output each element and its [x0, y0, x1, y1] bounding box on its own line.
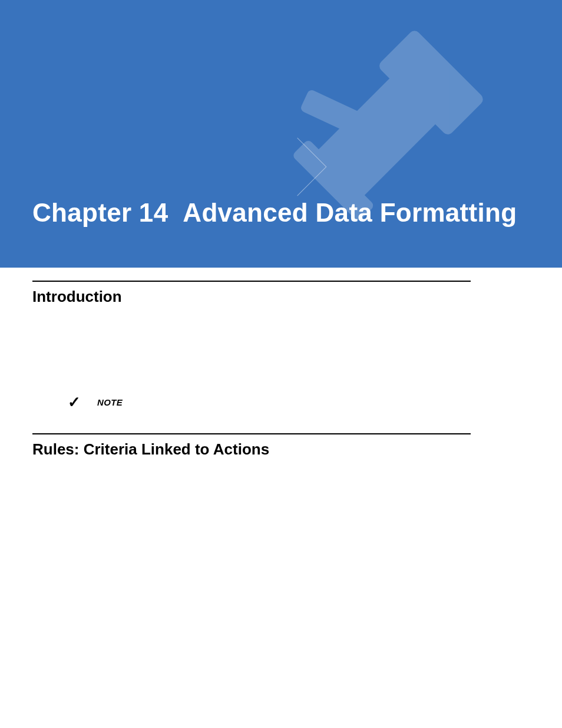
chapter-name: Advanced Data Formatting — [183, 198, 517, 227]
section-divider — [32, 433, 471, 434]
document-page: Chapter 14 Advanced Data Formatting Intr… — [0, 0, 562, 728]
chapter-title: Chapter 14 Advanced Data Formatting — [32, 198, 517, 228]
note-callout: ✓ NOTE — [68, 394, 471, 410]
section-heading-introduction: Introduction — [32, 288, 471, 306]
section-divider — [32, 281, 471, 282]
checkmark-icon: ✓ — [68, 394, 81, 410]
note-label: NOTE — [97, 397, 123, 407]
page-content: Introduction ✓ NOTE Rules: Criteria Link… — [32, 281, 471, 470]
section-heading-rules: Rules: Criteria Linked to Actions — [32, 440, 471, 459]
chapter-banner: Chapter 14 Advanced Data Formatting — [0, 0, 562, 268]
chapter-label: Chapter 14 — [32, 198, 168, 227]
